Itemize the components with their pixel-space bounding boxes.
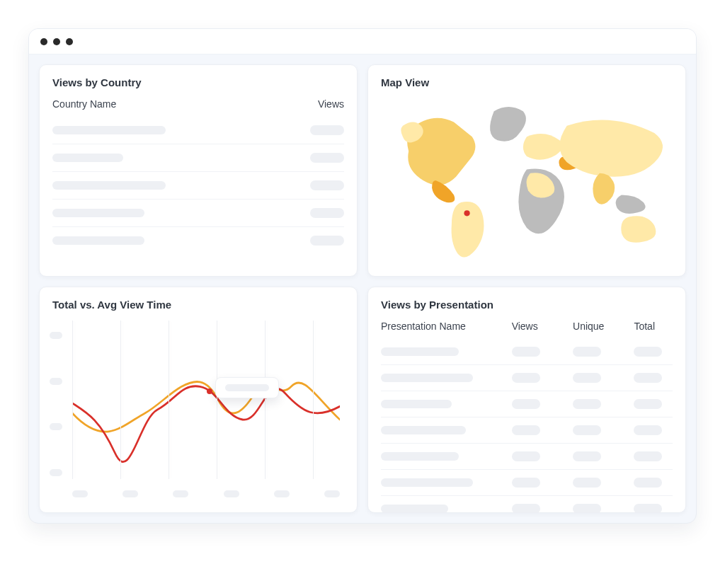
placeholder xyxy=(52,154,123,162)
placeholder xyxy=(50,332,62,339)
placeholder xyxy=(634,451,662,461)
placeholder xyxy=(381,347,459,356)
placeholder xyxy=(50,469,62,476)
placeholder xyxy=(381,452,459,461)
col-unique: Unique xyxy=(573,321,627,332)
table-row xyxy=(381,339,673,365)
placeholder xyxy=(634,399,662,409)
placeholder xyxy=(573,478,601,488)
placeholder xyxy=(310,236,344,246)
world-map-svg xyxy=(381,96,673,265)
x-axis-ticks xyxy=(72,490,340,497)
table-row xyxy=(52,200,344,227)
table-header: Presentation Name Views Unique Total xyxy=(381,318,673,339)
window-control-dot[interactable] xyxy=(53,38,60,45)
app-window: Views by Country Country Name Views Map … xyxy=(28,28,697,524)
placeholder xyxy=(50,423,62,430)
table-header: Country Name Views xyxy=(52,96,344,117)
placeholder xyxy=(310,180,344,190)
placeholder xyxy=(381,478,473,487)
table-row xyxy=(381,444,673,470)
window-control-dot[interactable] xyxy=(66,38,73,45)
card-map-view: Map View xyxy=(367,64,686,277)
col-views: Views xyxy=(318,98,344,110)
window-control-dot[interactable] xyxy=(40,38,47,45)
table-row xyxy=(52,117,344,144)
table-row xyxy=(381,470,673,496)
y-axis-ticks xyxy=(50,332,65,476)
placeholder xyxy=(52,209,144,217)
placeholder xyxy=(512,347,540,357)
card-title: Views by Presentation xyxy=(381,299,673,311)
placeholder xyxy=(512,399,540,409)
chart-plot-area xyxy=(72,321,340,479)
placeholder xyxy=(573,451,601,461)
card-view-time-chart: Total vs. Avg View Time xyxy=(39,287,358,513)
table-row xyxy=(52,144,344,172)
svg-point-0 xyxy=(464,210,469,216)
placeholder xyxy=(52,181,166,190)
placeholder xyxy=(50,378,62,385)
table-row xyxy=(381,365,673,391)
chart-tooltip xyxy=(215,377,279,398)
table-row xyxy=(381,496,673,513)
placeholder xyxy=(634,347,662,357)
placeholder xyxy=(634,425,662,435)
placeholder xyxy=(634,478,662,488)
table-row xyxy=(52,172,344,200)
placeholder xyxy=(381,505,448,513)
table-row xyxy=(52,227,344,254)
card-title: Total vs. Avg View Time xyxy=(52,299,344,311)
card-title: Map View xyxy=(381,76,673,88)
placeholder xyxy=(512,478,540,488)
placeholder xyxy=(324,490,340,497)
placeholder xyxy=(573,504,601,513)
placeholder xyxy=(512,504,540,513)
col-country-name: Country Name xyxy=(52,98,116,110)
col-total: Total xyxy=(634,321,673,332)
placeholder xyxy=(573,347,601,357)
card-title: Views by Country xyxy=(52,76,344,88)
placeholder xyxy=(381,426,466,434)
placeholder xyxy=(512,451,540,461)
placeholder xyxy=(381,374,473,382)
col-presentation-name: Presentation Name xyxy=(381,321,505,332)
placeholder xyxy=(573,399,601,409)
placeholder xyxy=(225,384,269,391)
placeholder xyxy=(52,126,166,134)
placeholder xyxy=(310,153,344,163)
table-row xyxy=(381,417,673,444)
placeholder xyxy=(122,490,138,497)
placeholder xyxy=(634,504,662,513)
card-views-by-presentation: Views by Presentation Presentation Name … xyxy=(367,287,686,513)
line-chart[interactable] xyxy=(52,318,344,499)
col-views: Views xyxy=(512,321,566,332)
world-map[interactable] xyxy=(381,96,673,265)
window-titlebar xyxy=(29,29,696,54)
table-row xyxy=(381,391,673,417)
placeholder xyxy=(274,490,290,497)
placeholder xyxy=(224,490,239,497)
placeholder xyxy=(173,490,188,497)
chart-highlight-point xyxy=(207,388,212,394)
placeholder xyxy=(634,373,662,383)
dashboard-content: Views by Country Country Name Views Map … xyxy=(29,54,696,523)
placeholder xyxy=(512,425,540,435)
placeholder xyxy=(381,400,452,408)
placeholder xyxy=(573,425,601,435)
placeholder xyxy=(310,208,344,218)
placeholder xyxy=(573,373,601,383)
placeholder xyxy=(72,490,88,497)
placeholder xyxy=(310,125,344,135)
chart-lines-svg xyxy=(72,321,340,479)
placeholder xyxy=(512,373,540,383)
placeholder xyxy=(52,236,144,245)
card-views-by-country: Views by Country Country Name Views xyxy=(39,64,358,277)
